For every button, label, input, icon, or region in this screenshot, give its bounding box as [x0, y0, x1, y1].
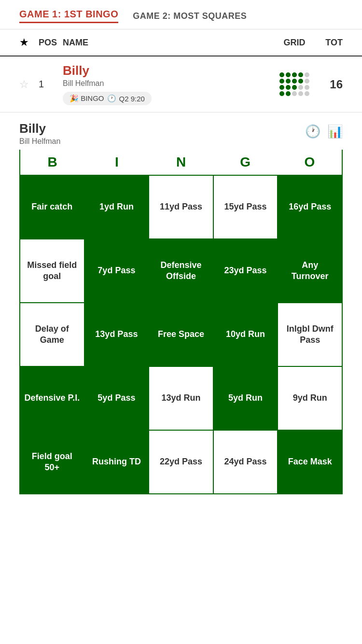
bingo-letter-g: G: [213, 150, 278, 175]
player-name: Billy: [63, 63, 275, 78]
player-info: Billy Bill Helfman 🎉 BINGO 🕐 Q2 9:20: [63, 63, 275, 105]
player-rank: 1: [39, 79, 63, 90]
bingo-cell-1-3[interactable]: 23yd Pass: [214, 239, 278, 302]
bingo-cell-3-0[interactable]: Defensive P.I.: [20, 367, 85, 430]
bingo-label: 🎉 BINGO: [70, 94, 104, 103]
star-icon: ★: [19, 36, 29, 48]
bingo-cell-3-4[interactable]: 9yd Run: [278, 367, 342, 430]
grid-col-header: GRID: [275, 38, 314, 48]
dot: [286, 91, 291, 96]
star-col-header: ★: [19, 36, 39, 49]
dot: [305, 91, 309, 96]
player-dot-grid: [275, 72, 314, 96]
bingo-cell-2-2[interactable]: Free Space: [149, 303, 214, 366]
player-total: 16: [314, 78, 343, 91]
detail-player-name: Billy: [19, 121, 60, 136]
bingo-cell-4-4[interactable]: Face Mask: [278, 431, 342, 493]
detail-icons: 🕐 📊: [305, 124, 343, 139]
dot: [305, 72, 309, 77]
dot: [279, 72, 284, 77]
dot: [298, 79, 303, 84]
bingo-letter-n: N: [149, 150, 213, 175]
dot: [286, 72, 291, 77]
bingo-cell-4-0[interactable]: Field goal 50+: [20, 431, 85, 493]
bingo-cell-1-4[interactable]: Any Turnover: [278, 239, 342, 302]
bingo-cell-0-3[interactable]: 15yd Pass: [214, 176, 278, 238]
bingo-cell-3-3[interactable]: 5yd Run: [214, 367, 278, 430]
bingo-badge: 🎉 BINGO 🕐 Q2 9:20: [63, 92, 152, 105]
bingo-cell-2-0[interactable]: Delay of Game: [20, 303, 85, 366]
dot: [286, 85, 291, 90]
bingo-cell-2-1[interactable]: 13yd Pass: [85, 303, 150, 366]
bingo-cell-1-1[interactable]: 7yd Pass: [85, 239, 150, 302]
bingo-row-2: Delay of Game13yd PassFree Space10yd Run…: [20, 302, 342, 366]
dot: [298, 72, 303, 77]
dot: [298, 85, 303, 90]
dot: [292, 85, 297, 90]
bingo-cell-1-0[interactable]: Missed field goal: [20, 239, 85, 302]
bingo-cell-3-2[interactable]: 13yd Run: [149, 367, 214, 430]
tabs: GAME 1: 1ST BINGO GAME 2: MOST SQUARES: [0, 0, 362, 29]
dot: [292, 91, 297, 96]
bingo-column-headers: BINGO: [19, 150, 343, 175]
player-fullname: Bill Helfman: [63, 79, 275, 88]
bingo-row-3: Defensive P.I.5yd Pass13yd Run5yd Run9yd…: [20, 366, 342, 430]
tab-game2[interactable]: GAME 2: MOST SQUARES: [133, 11, 247, 21]
stats-icon[interactable]: 📊: [327, 124, 343, 139]
clock-icon: 🕐: [107, 94, 116, 103]
bingo-grid: Fair catch1yd Run11yd Pass15yd Pass16yd …: [19, 175, 343, 494]
detail-player-fullname: Bill Helfman: [19, 137, 60, 146]
bingo-letter-i: I: [84, 150, 149, 175]
bingo-cell-4-2[interactable]: 22yd Pass: [149, 431, 214, 493]
dot: [305, 79, 309, 84]
bingo-cell-4-1[interactable]: Rushing TD: [85, 431, 150, 493]
bingo-row-0: Fair catch1yd Run11yd Pass15yd Pass16yd …: [20, 175, 342, 238]
dot: [292, 79, 297, 84]
history-icon[interactable]: 🕐: [305, 124, 320, 139]
dot: [279, 79, 284, 84]
bingo-cell-2-3[interactable]: 10yd Run: [214, 303, 278, 366]
tot-col-header: TOT: [314, 38, 343, 48]
bingo-time: Q2 9:20: [119, 95, 145, 103]
player-detail-section: Billy Bill Helfman 🕐 📊: [0, 112, 362, 150]
bingo-cell-4-3[interactable]: 24yd Pass: [214, 431, 278, 493]
bingo-cell-0-1[interactable]: 1yd Run: [85, 176, 150, 238]
pos-col-header: POS: [39, 38, 63, 48]
bingo-letter-o: O: [278, 150, 342, 175]
bingo-letter-b: B: [20, 150, 84, 175]
bingo-cell-2-4[interactable]: Inlgbl Dwnf Pass: [278, 303, 342, 366]
bingo-cell-0-4[interactable]: 16yd Pass: [278, 176, 342, 238]
player-row[interactable]: ☆ 1 Billy Bill Helfman 🎉 BINGO 🕐 Q2 9:20…: [0, 56, 362, 112]
tab-game1[interactable]: GAME 1: 1ST BINGO: [19, 9, 118, 23]
name-col-header: NAME: [63, 38, 275, 48]
dot: [286, 79, 291, 84]
bingo-row-1: Missed field goal7yd PassDefensive Offsi…: [20, 238, 342, 302]
dot: [298, 91, 303, 96]
dot: [305, 85, 309, 90]
bingo-cell-0-0[interactable]: Fair catch: [20, 176, 85, 238]
dot: [292, 72, 297, 77]
dot: [279, 91, 284, 96]
dot: [279, 85, 284, 90]
bingo-cell-1-2[interactable]: Defensive Offside: [149, 239, 214, 302]
bingo-cell-3-1[interactable]: 5yd Pass: [85, 367, 150, 430]
bingo-cell-0-2[interactable]: 11yd Pass: [149, 176, 214, 238]
leaderboard-header: ★ POS NAME GRID TOT: [0, 29, 362, 56]
bingo-row-4: Field goal 50+Rushing TD22yd Pass24yd Pa…: [20, 430, 342, 493]
favorite-star[interactable]: ☆: [19, 78, 39, 91]
